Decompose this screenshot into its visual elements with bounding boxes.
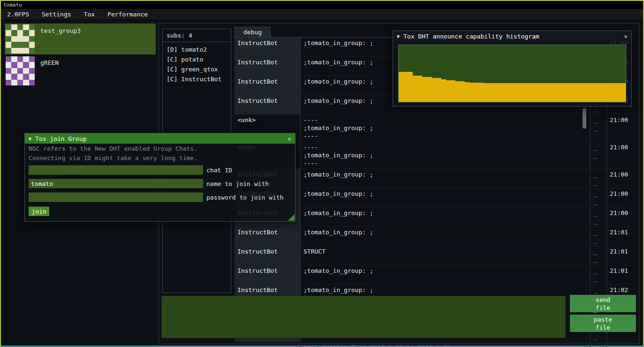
member-count: subs: 4: [163, 29, 231, 41]
member-item[interactable]: [C] green_qtox: [163, 64, 231, 74]
chat-id-input[interactable]: [29, 165, 203, 175]
close-icon[interactable]: ✕: [288, 135, 291, 142]
close-icon[interactable]: ✕: [624, 33, 628, 40]
separator: [163, 42, 231, 42]
message-status: _ _: [590, 169, 606, 188]
message-row[interactable]: InstructBot ;tomato_in_group: ; _ _ 21:0…: [235, 227, 630, 246]
member-item[interactable]: [C] InstructBot: [163, 74, 231, 84]
message-sender: InstructBot: [235, 76, 300, 95]
paste-file-button[interactable]: paste file: [570, 315, 636, 332]
message-sender: InstructBot: [235, 95, 300, 114]
join-description-line2: Connecting via ID might take a very long…: [25, 153, 295, 162]
send-file-button[interactable]: send file: [570, 295, 636, 312]
message-text: ;tomato_in_group: ;: [300, 208, 590, 226]
contact-item-green[interactable]: gREEN: [5, 55, 156, 86]
message-sender: InstructBot: [235, 265, 300, 284]
message-text: ;tomato_in_group: ;: [300, 169, 590, 188]
message-time: 21:00: [606, 115, 630, 141]
member-item[interactable]: [C] potato: [163, 54, 231, 64]
message-status: [590, 342, 606, 347]
chat-id-label: chat ID: [206, 167, 232, 174]
message-text: DATE CHANGED from 2024.2.21 to 2024.2.22: [300, 342, 590, 347]
group-avatar-icon: [6, 56, 35, 85]
app-window: tomato 2.0FPS Settings Tox Performance t…: [0, 0, 644, 347]
histogram-plot: [398, 45, 626, 102]
message-sender: InstructBot: [235, 57, 300, 76]
histogram-window-title: Tox DHT announce capability histogram: [403, 33, 620, 40]
message-input[interactable]: [161, 296, 566, 338]
join-name-label: name to join with: [206, 180, 269, 187]
message-row[interactable]: DATE CHANGED from 2024.2.21 to 2024.2.22: [235, 342, 630, 347]
join-password-label: password to join with: [206, 194, 283, 201]
message-row[interactable]: InstructBot ;tomato_in_group: ; _ _ 21:0…: [235, 265, 630, 285]
message-sender: InstructBot: [235, 227, 300, 246]
menu-item[interactable]: 2.0FPS: [1, 9, 36, 20]
message-time: [606, 342, 630, 347]
group-avatar-icon: [6, 24, 35, 54]
collapse-arrow-icon[interactable]: ▼: [29, 136, 31, 141]
message-text: ;tomato_in_group: ;: [300, 188, 590, 207]
message-status: _ _: [590, 188, 606, 207]
window-title: tomato: [3, 2, 22, 8]
message-time: 21:01: [606, 227, 630, 246]
message-time: 21:01: [606, 265, 630, 284]
join-button[interactable]: join: [29, 207, 49, 216]
message-sender: InstructBot: [235, 38, 300, 56]
histogram-window: ▼ Tox DHT announce capability histogram …: [393, 31, 632, 107]
message-text: ---- ;tomato_in_group: ; ----: [300, 115, 590, 141]
menu-bar: 2.0FPS Settings Tox Performance: [1, 9, 643, 20]
message-status: _ _: [590, 227, 606, 246]
contact-name: gREEN: [40, 59, 59, 86]
collapse-arrow-icon[interactable]: ▼: [397, 34, 400, 39]
join-name-input[interactable]: [29, 179, 203, 188]
message-status: _ _: [590, 265, 606, 284]
contact-item-test-group3[interactable]: test_group3: [5, 23, 156, 54]
chat-scrollbar-thumb[interactable]: [583, 108, 586, 129]
message-text: ---- ;tomato_in_group: ; ----: [300, 142, 590, 169]
message-time: 21:00: [606, 142, 630, 169]
message-time: 21:00: [606, 169, 630, 188]
message-time: 21:00: [606, 188, 630, 207]
member-item[interactable]: [D] tomato2: [163, 45, 231, 54]
message-time: 21:00: [606, 208, 630, 226]
message-sender: [235, 342, 300, 347]
member-list: [D] tomato2 [C] potato [C] green_qtox [C…: [163, 45, 231, 84]
menu-item[interactable]: Tox: [78, 9, 101, 20]
histogram-window-titlebar[interactable]: ▼ Tox DHT announce capability histogram …: [393, 31, 631, 41]
message-row[interactable]: InstructBot STRUCT _ _ 21:01: [235, 246, 630, 265]
menu-item[interactable]: Performance: [101, 9, 154, 20]
message-time: 21:01: [606, 246, 630, 265]
contact-name: test_group3: [40, 27, 81, 54]
message-text: ;tomato_in_group: ;: [300, 265, 590, 284]
message-sender: InstructBot: [235, 246, 300, 265]
menu-item[interactable]: Settings: [36, 9, 78, 20]
message-status: _ _: [590, 208, 606, 226]
join-description-line1: NGC refers to the New DHT enabled Group …: [25, 144, 295, 153]
window-titlebar[interactable]: tomato: [1, 1, 643, 9]
join-group-window: ▼ Tox join Group ✕ NGC refers to the New…: [24, 133, 295, 222]
join-password-input[interactable]: [29, 193, 203, 202]
message-text: STRUCT: [300, 246, 590, 265]
message-status: _ _: [590, 246, 606, 265]
join-window-titlebar[interactable]: ▼ Tox join Group ✕: [25, 133, 295, 144]
message-status: _ _: [590, 115, 606, 141]
message-text: ;tomato_in_group: ;: [300, 227, 590, 246]
message-status: _ _: [590, 142, 606, 169]
resize-grip[interactable]: [288, 214, 295, 221]
join-window-title: Tox join Group: [35, 135, 284, 142]
tab-debug[interactable]: debug: [235, 27, 271, 37]
